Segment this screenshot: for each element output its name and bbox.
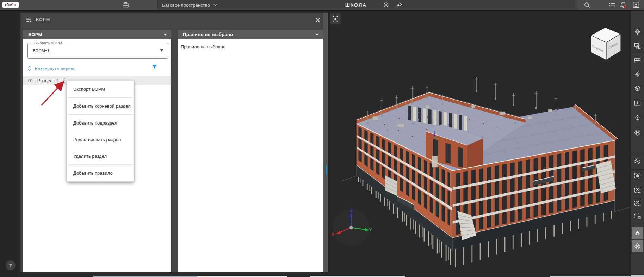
tree-context-menu: Экспорт ВОРМ Добавить корневой раздел До…	[67, 80, 134, 182]
menu-item-edit-section[interactable]: Редактировать раздел	[67, 131, 134, 148]
notification-badge	[624, 5, 626, 8]
vorm-select-value: ворм-1	[33, 47, 50, 53]
right-toolbar: 1 2	[631, 11, 644, 277]
menu-item-add-subsection[interactable]: Добавить подраздел	[67, 115, 134, 131]
fit-screen-button[interactable]	[330, 13, 341, 24]
chevron-down-icon	[213, 4, 217, 6]
bottom-cutoff-strip	[93, 276, 197, 277]
menu-item-add-root-section[interactable]: Добавить корневой раздел	[67, 98, 134, 115]
nav-cube[interactable]: Справа Сзади	[591, 28, 621, 60]
orbit-navigation-icon[interactable]	[632, 240, 643, 252]
measure-ruler-icon[interactable]	[632, 53, 643, 65]
vorm-window: ВОРМ ВОРМ Выбрать ВОРМ ворм-1 Развернуть…	[20, 13, 328, 272]
svg-text:1: 1	[635, 158, 636, 159]
panel-menu-icon[interactable]	[26, 17, 32, 23]
axis-label-x: X	[332, 232, 334, 237]
app-logo[interactable]: BiMiT	[2, 2, 19, 8]
building-model	[341, 77, 631, 267]
floor-plan-icon[interactable]	[632, 97, 643, 109]
top-bar	[0, 0, 644, 10]
annotation-arrow	[35, 77, 70, 109]
filter-icon[interactable]	[152, 65, 157, 69]
rule-section-header[interactable]: Правило не выбрано	[178, 30, 323, 39]
menu-item-export-vorm[interactable]: Экспорт ВОРМ	[67, 81, 134, 98]
share-icon[interactable]	[395, 1, 403, 9]
panel-edge	[323, 13, 328, 272]
clear-selection-icon[interactable]	[632, 210, 643, 222]
show-selection-eye-icon[interactable]	[632, 183, 643, 195]
view-cube-shaded-icon[interactable]	[632, 227, 643, 239]
window-title: ВОРМ	[36, 17, 50, 22]
bottom-cutoff-strip	[310, 276, 405, 277]
bottom-cutoff-strip	[197, 276, 287, 277]
svg-text:2: 2	[637, 158, 638, 159]
menu-item-add-rule[interactable]: Добавить правило	[67, 165, 134, 181]
briefcase-icon[interactable]	[122, 1, 129, 9]
isolate-selection-icon[interactable]	[632, 40, 643, 52]
focus-target-icon[interactable]	[632, 112, 643, 124]
user-icon[interactable]	[632, 1, 640, 9]
section-flash-icon[interactable]	[632, 68, 643, 80]
logo-dot-1	[7, 3, 8, 4]
list-icon[interactable]	[608, 1, 616, 9]
vorm-select-label: Выбрать ВОРМ	[32, 41, 64, 45]
panel-titlebar: ВОРМ	[20, 13, 328, 27]
axis-gizmo[interactable]: Z X Y	[332, 208, 372, 246]
panel-scrollbar-thumb[interactable]	[326, 165, 327, 175]
workspace-selector[interactable]: Базовое пространство	[162, 0, 217, 10]
vegetation-tree-icon[interactable]	[632, 26, 643, 38]
unfold-icon	[27, 65, 31, 71]
chevron-down-icon	[163, 34, 167, 36]
section-box-icon[interactable]	[632, 82, 643, 94]
menu-item-delete-section[interactable]: Удалить раздел	[67, 148, 134, 165]
help-button[interactable]: ?	[6, 260, 16, 270]
close-icon[interactable]	[314, 17, 321, 24]
chevron-down-icon	[160, 49, 163, 52]
axis-label-y: Y	[369, 228, 372, 233]
logo-dot-2	[12, 3, 13, 4]
search-icon[interactable]	[583, 1, 591, 9]
top-bar-shadow	[0, 10, 644, 11]
bottom-cutoff-strip	[550, 276, 644, 277]
project-title: ШКОЛА	[335, 0, 376, 10]
gear-icon[interactable]	[382, 1, 390, 9]
hide-selection-eye-off-icon[interactable]	[632, 197, 643, 209]
vorm-select[interactable]: Выбрать ВОРМ ворм-1	[27, 43, 168, 59]
expand-tree-link[interactable]: Развернуть дерево	[27, 65, 76, 71]
grid-axes-icon[interactable]: 1 2	[632, 155, 643, 167]
bell-icon[interactable]	[619, 1, 627, 9]
isolate-dashed-icon[interactable]	[632, 170, 643, 182]
vorm-section-header[interactable]: ВОРМ	[23, 30, 171, 39]
axis-label-z: Z	[350, 208, 353, 213]
left-toolbar	[0, 11, 17, 277]
rule-subpanel: Правило не выбрано Правило не выбрано	[178, 30, 323, 272]
flag-icon[interactable]	[632, 126, 643, 138]
chevron-down-icon	[315, 34, 319, 36]
rule-empty-text: Правило не выбрано	[181, 44, 225, 49]
